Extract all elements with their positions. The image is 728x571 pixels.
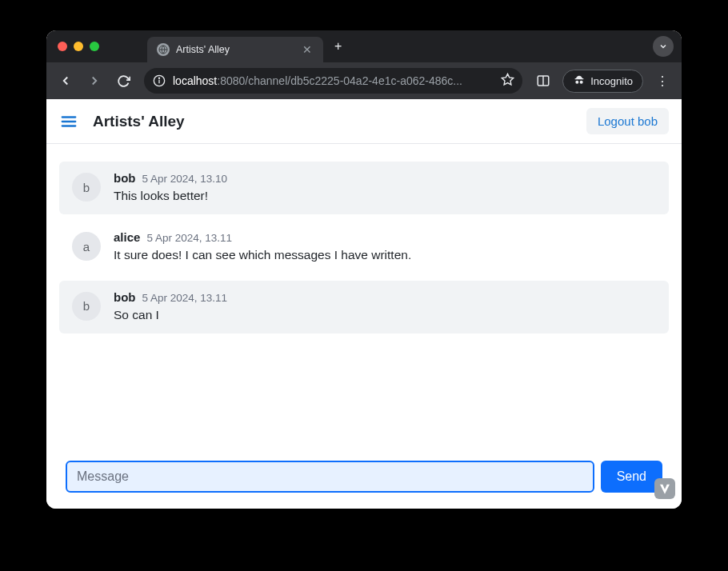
svg-marker-4 [502, 74, 514, 84]
message-row: bbob5 Apr 2024, 13.10This looks better! [59, 162, 669, 214]
url-path: /channel/db5c2225-04a2-4e1c-a062-486c... [245, 74, 462, 87]
chevron-down-icon[interactable] [653, 36, 674, 57]
panel-icon[interactable] [530, 68, 556, 94]
message-text: It sure does! I can see which messages I… [114, 246, 656, 264]
forward-button[interactable] [82, 68, 107, 94]
app-content: Artists' Alley Logout bob bbob5 Apr 2024… [46, 99, 682, 509]
tab-bar: Artists' Alley ✕ + [46, 30, 682, 62]
url-text: localhost:8080/channel/db5c2225-04a2-4e1… [173, 74, 494, 87]
vaadin-badge-icon[interactable] [654, 478, 675, 499]
minimize-window-button[interactable] [74, 42, 83, 51]
message-author: bob [114, 171, 136, 185]
close-tab-button[interactable]: ✕ [301, 43, 314, 56]
menu-button[interactable] [59, 112, 78, 131]
close-window-button[interactable] [58, 42, 67, 51]
avatar: b [72, 173, 101, 202]
avatar: b [72, 292, 101, 321]
message-header: bob5 Apr 2024, 13.10 [114, 171, 656, 185]
message-body: bob5 Apr 2024, 13.11So can I [114, 290, 656, 324]
message-header: alice5 Apr 2024, 13.11 [114, 230, 656, 244]
send-button[interactable]: Send [601, 461, 662, 493]
message-author: alice [114, 230, 140, 244]
tab-title: Artists' Alley [176, 44, 294, 55]
message-author: bob [114, 290, 136, 304]
app-header: Artists' Alley Logout bob [46, 99, 682, 144]
back-button[interactable] [53, 68, 78, 94]
address-bar: localhost:8080/channel/db5c2225-04a2-4e1… [46, 62, 682, 99]
new-tab-button[interactable]: + [323, 39, 353, 54]
message-row: bbob5 Apr 2024, 13.11So can I [59, 281, 669, 333]
reload-button[interactable] [110, 68, 136, 94]
message-list: bbob5 Apr 2024, 13.10This looks better!a… [46, 144, 682, 451]
info-icon [152, 74, 166, 88]
message-row: aalice5 Apr 2024, 13.11It sure does! I c… [59, 221, 669, 274]
window-controls [58, 42, 99, 51]
incognito-indicator[interactable]: Incognito [562, 70, 643, 93]
message-text: This looks better! [114, 186, 656, 205]
url-host: localhost [173, 74, 217, 87]
tab-overflow [653, 36, 674, 57]
svg-point-3 [158, 78, 159, 78]
message-input[interactable] [66, 461, 594, 493]
globe-icon [157, 43, 170, 56]
message-timestamp: 5 Apr 2024, 13.11 [146, 232, 232, 244]
page-title: Artists' Alley [93, 113, 185, 130]
message-header: bob5 Apr 2024, 13.11 [114, 290, 656, 304]
browser-menu-button[interactable]: ⋮ [650, 74, 675, 89]
url-port: :8080 [217, 74, 245, 87]
logout-button[interactable]: Logout bob [586, 108, 669, 134]
browser-tab[interactable]: Artists' Alley ✕ [147, 37, 323, 62]
message-text: So can I [114, 305, 656, 324]
browser-window: Artists' Alley ✕ + localhost:8080/channe… [46, 30, 682, 509]
avatar: a [72, 232, 101, 261]
message-timestamp: 5 Apr 2024, 13.10 [142, 173, 228, 185]
message-timestamp: 5 Apr 2024, 13.11 [142, 292, 228, 304]
message-body: alice5 Apr 2024, 13.11It sure does! I ca… [114, 230, 656, 264]
message-body: bob5 Apr 2024, 13.10This looks better! [114, 171, 656, 205]
incognito-label: Incognito [590, 75, 633, 87]
bookmark-star-icon[interactable] [501, 73, 514, 89]
maximize-window-button[interactable] [90, 42, 99, 51]
address-input[interactable]: localhost:8080/channel/db5c2225-04a2-4e1… [144, 68, 522, 94]
incognito-icon [573, 74, 586, 89]
composer: Send [46, 451, 682, 509]
